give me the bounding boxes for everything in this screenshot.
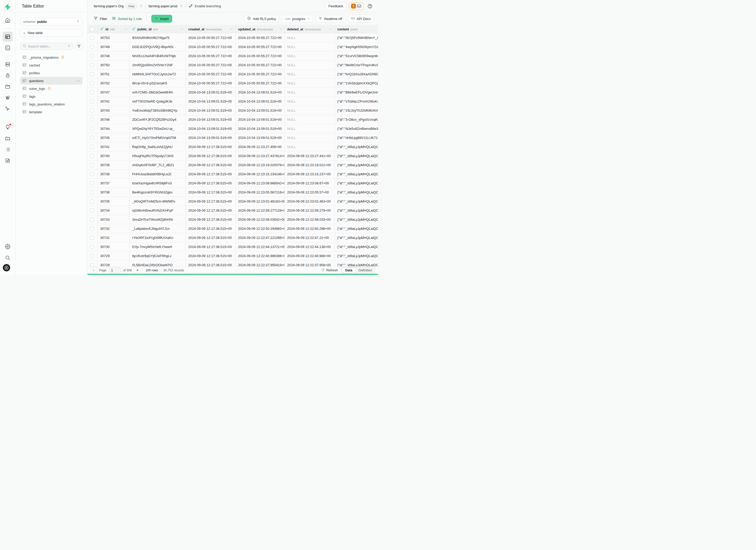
cell-created_at[interactable]: 2024-10-04 13:09:01.519+00 — [186, 97, 236, 106]
cell-deleted_at[interactable]: 2024-09-09 12:22:50.298+00 — [285, 224, 335, 233]
cell-public_id[interactable]: ZDCunRYJP2CQ5Z8Po2Gy4 — [130, 115, 186, 124]
cell-deleted_at[interactable]: NULL — [285, 88, 335, 97]
cell-public_id[interactable]: DYp-7mcyMSIrHefLYIwwH — [130, 242, 186, 251]
cell-id[interactable]: 30744 — [98, 124, 130, 133]
row-checkbox[interactable] — [90, 263, 94, 267]
cell-public_id[interactable]: 8yUKotr9qGYjK2eFRhgLv — [130, 251, 186, 260]
cell-updated_at[interactable]: 2024-10-04 13:09:01.519+00 — [236, 115, 285, 124]
api-docs-button[interactable]: API Docs — [348, 15, 374, 23]
search-icon[interactable] — [3, 253, 13, 263]
cell-content[interactable]: {"id":"_Id9aLyJpMHQLaiQC — [335, 206, 378, 215]
cell-created_at[interactable]: 2024-10-04 13:09:01.519+00 — [186, 88, 236, 97]
row-checkbox[interactable] — [90, 254, 94, 258]
sidebar-table-template[interactable]: template — [20, 108, 83, 116]
schema-select[interactable]: schema: public — [20, 18, 83, 25]
cell-id[interactable]: 30730 — [98, 242, 130, 251]
new-table-button[interactable]: + New table — [20, 29, 83, 37]
advisors-lightbulb-icon[interactable] — [3, 122, 13, 132]
cell-id[interactable]: 30735 — [98, 197, 130, 206]
cell-deleted_at[interactable]: 2024-09-09 12:22:59.279+00 — [285, 206, 335, 215]
cell-public_id[interactable]: xrETI_HyGY0mPMGVqtOTM — [130, 133, 186, 142]
cell-created_at[interactable]: 2024-10-04 13:09:01.519+00 — [186, 115, 236, 124]
plan-badge[interactable]: Free — [126, 4, 137, 9]
filter-tables-button[interactable] — [75, 43, 83, 50]
cell-public_id[interactable]: vrIh7CMD-JtM1bOweMHfA — [130, 88, 186, 97]
cell-updated_at[interactable]: 2024-10-05 00:55:27.722+00 — [236, 51, 285, 60]
sidebar-table-profiles[interactable]: profiles — [20, 69, 83, 77]
cell-public_id[interactable]: Be4KignzoK9YRGNI3Zgks — [130, 188, 186, 197]
cell-deleted_at[interactable]: 2024-09-09 12:23:27.441+00 — [285, 151, 335, 160]
sidebar-table-cached[interactable]: cached — [20, 61, 83, 69]
cell-content[interactable]: {"id":"_Id9aLyJpMHQLaiQC — [335, 170, 378, 178]
cell-deleted_at[interactable]: 2024-09-09 12:22:44.138+00 — [285, 242, 335, 251]
cell-id[interactable]: 30739 — [98, 160, 130, 169]
cell-content[interactable]: {"id":"sTsWaLCPsVA2WuK2 — [335, 97, 378, 106]
cell-content[interactable]: {"id":"MeWCriorTPopA4Kc9 — [335, 61, 378, 69]
cell-updated_at[interactable]: 2024-10-04 13:09:01.519+00 — [236, 88, 285, 97]
cell-created_at[interactable]: 2024-09-09 12:17:36.515+00 — [186, 260, 236, 266]
cell-updated_at[interactable]: 2024-09-09 12:23:08.668542+00 — [236, 179, 285, 187]
cell-content[interactable]: {"id":"_Id9aLyJpMHQLaiQC — [335, 197, 378, 206]
cell-deleted_at[interactable]: 2024-09-09 12:23:15.237+00 — [285, 170, 335, 178]
column-header-id[interactable]: idint8 — [98, 25, 130, 33]
cell-created_at[interactable]: 2024-09-09 12:17:36.515+00 — [186, 142, 236, 151]
row-checkbox[interactable] — [90, 136, 94, 140]
cell-updated_at[interactable]: 2024-09-09 12:23:19.020076+00 — [236, 160, 285, 169]
row-checkbox[interactable] — [90, 190, 94, 194]
auth-lock-icon[interactable] — [3, 70, 13, 80]
home-icon[interactable] — [3, 15, 13, 25]
cell-public_id[interactable]: FHHUioa3bidd00BHyLeZt — [130, 170, 186, 178]
cell-id[interactable]: 30731 — [98, 233, 130, 242]
row-checkbox[interactable] — [90, 218, 94, 222]
cell-deleted_at[interactable]: 2024-09-09 12:23:05.57+00 — [285, 188, 335, 197]
row-checkbox[interactable] — [90, 227, 94, 231]
cell-created_at[interactable]: 2024-09-09 12:17:36.515+00 — [186, 170, 236, 178]
cell-created_at[interactable]: 2024-09-09 12:17:36.515+00 — [186, 197, 236, 206]
cell-content[interactable]: {"id":"B6tr6eEFLrOVgeUmH — [335, 88, 378, 97]
cell-id[interactable]: 30743 — [98, 106, 130, 115]
cell-updated_at[interactable]: 2024-09-09 12:23:27.437814+00 — [236, 151, 285, 160]
cell-public_id[interactable]: 8KraI-tSI-6-pSZcknaK5 — [130, 79, 186, 88]
cell-created_at[interactable]: 2024-10-05 00:55:27.722+00 — [186, 51, 236, 60]
cell-updated_at[interactable]: 2024-10-04 13:09:01.519+00 — [236, 133, 285, 142]
row-checkbox[interactable] — [90, 145, 94, 149]
cell-deleted_at[interactable]: NULL — [285, 79, 335, 88]
enable-branching-button[interactable]: Enable branching — [189, 4, 221, 9]
cell-created_at[interactable]: 2024-09-09 12:17:36.515+00 — [186, 215, 236, 224]
column-header-content[interactable]: contentjsonb — [335, 25, 378, 33]
column-header-created_at[interactable]: created_attimestamptz — [186, 25, 236, 33]
cell-public_id[interactable]: YwEmuWdqT38XoSB048QYp — [130, 106, 186, 115]
cell-content[interactable]: {"id":"S1vrVC5BrB59wqcM4 — [335, 51, 378, 60]
settings-gear-icon[interactable] — [3, 242, 13, 251]
cell-deleted_at[interactable]: 2024-09-09 12:22:47.22+00 — [285, 233, 335, 242]
cell-content[interactable]: {"id":"4wyNgK55lOfrpmYZo — [335, 42, 378, 51]
cell-id[interactable]: 30741 — [98, 142, 130, 151]
cell-updated_at[interactable]: 2024-09-09 12:23:05.567216+00 — [236, 188, 285, 197]
cell-public_id[interactable]: 0L5BAfDaLDl5rQOiqeKPO — [130, 260, 186, 266]
user-avatar-icon[interactable] — [3, 264, 10, 271]
cell-content[interactable]: {"id":"_Id9aLyJpMHQLaiQC — [335, 142, 378, 151]
supabase-logo-icon[interactable] — [4, 3, 11, 11]
cell-id[interactable]: 30748 — [98, 51, 130, 60]
edge-functions-icon[interactable] — [3, 93, 13, 103]
page-number-input[interactable] — [109, 267, 121, 273]
cell-created_at[interactable]: 2024-09-09 12:17:36.515+00 — [186, 242, 236, 251]
column-menu-icon[interactable] — [329, 27, 332, 32]
cell-deleted_at[interactable]: NULL — [285, 133, 335, 142]
row-checkbox[interactable] — [90, 36, 94, 40]
column-menu-icon[interactable] — [230, 27, 233, 32]
column-header-public_id[interactable]: public_idtext — [130, 25, 186, 33]
cell-content[interactable]: {"id":"_Id9aLyJpMHQLaiQC — [335, 188, 378, 197]
cell-content[interactable]: {"id":"_Id9aLyJpMHQLaiQC — [335, 215, 378, 224]
cell-id[interactable]: 30751 — [98, 70, 130, 78]
cell-updated_at[interactable]: 2024-09-09 12:23:27.459+00 — [236, 142, 285, 151]
column-menu-icon[interactable] — [124, 27, 127, 32]
cell-id[interactable]: 30733 — [98, 215, 130, 224]
cell-id[interactable]: 30749 — [98, 42, 130, 51]
cell-id[interactable]: 30753 — [98, 33, 130, 42]
cell-created_at[interactable]: 2024-10-05 00:55:27.722+00 — [186, 61, 236, 69]
cell-content[interactable]: {"id":"_Id9aLyJpMHQLaiQC — [335, 242, 378, 251]
cell-public_id[interactable]: 3muDHTceTWso9IZj8hHNI — [130, 215, 186, 224]
rows-per-page-button[interactable]: 100 rows — [143, 267, 161, 273]
cell-updated_at[interactable]: 2024-09-09 12:22:56.03542+00 — [236, 215, 285, 224]
